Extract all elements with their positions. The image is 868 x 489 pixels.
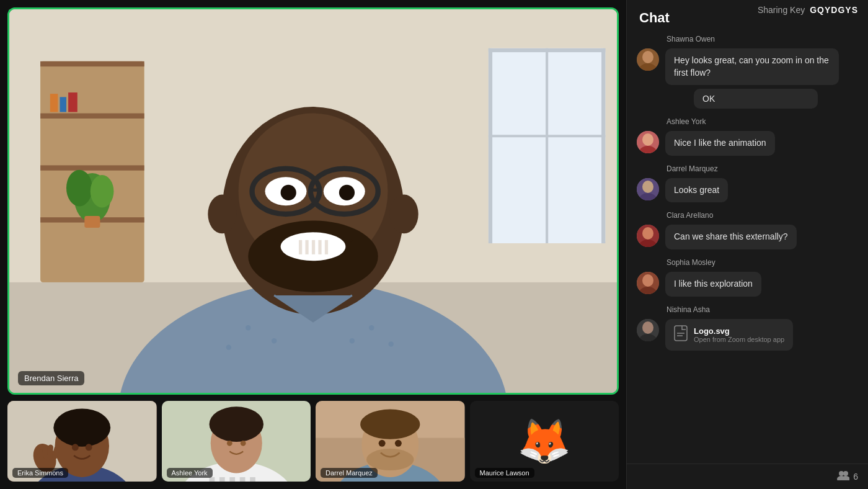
chat-bubble-shawna-1: Hey looks great, can you zoom in on the … bbox=[665, 48, 839, 85]
thumb-name-erika: Erika Simmons bbox=[12, 468, 68, 478]
chat-row-clara: Can we share this externally? bbox=[637, 225, 858, 249]
sender-shawna: Shawna Owen bbox=[637, 35, 858, 43]
svg-point-79 bbox=[366, 449, 414, 470]
svg-rect-17 bbox=[601, 48, 605, 243]
svg-point-52 bbox=[53, 409, 110, 447]
chat-group-clara: Clara Arellano Can we share this externa… bbox=[637, 211, 858, 249]
top-bar: Sharing Key GQYDGYS bbox=[748, 0, 868, 20]
svg-point-45 bbox=[369, 325, 374, 330]
svg-rect-10 bbox=[84, 216, 100, 228]
thumb-name-darrel: Darrel Marquez bbox=[321, 468, 378, 478]
thumbnail-row: Erika Simmons bbox=[7, 401, 619, 482]
svg-point-29 bbox=[208, 195, 236, 234]
svg-rect-5 bbox=[40, 165, 144, 170]
chat-group-shawna: Shawna Owen Hey looks great, can you zoo… bbox=[637, 35, 858, 109]
primary-video-name-tag: Brendan Sierra bbox=[18, 371, 84, 385]
svg-rect-16 bbox=[489, 48, 492, 243]
svg-point-42 bbox=[246, 325, 250, 330]
thumbnail-ashlee: Ashlee York bbox=[162, 401, 311, 482]
svg-point-34 bbox=[339, 185, 355, 200]
chat-panel: Chat Shawna Owen Hey looks great, can yo… bbox=[626, 0, 868, 489]
svg-rect-40 bbox=[325, 240, 328, 254]
count-label: 6 bbox=[853, 472, 858, 482]
svg-point-30 bbox=[390, 195, 418, 234]
file-info: Logo.svg Open from Zoom desktop app bbox=[694, 326, 784, 343]
svg-point-102 bbox=[843, 471, 848, 476]
svg-point-101 bbox=[839, 471, 844, 476]
svg-point-33 bbox=[281, 185, 296, 200]
thumbnail-erika: Erika Simmons bbox=[7, 401, 157, 482]
svg-point-87 bbox=[642, 181, 653, 193]
svg-point-90 bbox=[642, 227, 653, 240]
video-area: Brendan Sierra bbox=[0, 0, 626, 489]
svg-point-65 bbox=[240, 441, 246, 446]
avatar-sophia bbox=[637, 272, 659, 294]
chat-bubble-clara: Can we share this externally? bbox=[665, 225, 797, 249]
avatar-shawna bbox=[637, 48, 659, 71]
chat-bubbles-shawna: Hey looks great, can you zoom in on the … bbox=[665, 48, 839, 109]
sender-clara: Clara Arellano bbox=[637, 211, 858, 220]
svg-point-78 bbox=[395, 440, 402, 447]
participants-count: 6 bbox=[837, 470, 858, 483]
chat-row-ashlee: Nice I like the animation bbox=[637, 131, 858, 156]
chat-row-darrel: Looks great bbox=[637, 178, 858, 203]
sender-nishina: Nishina Asha bbox=[637, 305, 858, 314]
file-name: Logo.svg bbox=[694, 326, 784, 336]
svg-point-54 bbox=[86, 444, 92, 451]
svg-point-76 bbox=[360, 410, 420, 439]
svg-point-44 bbox=[350, 338, 355, 343]
primary-video: Brendan Sierra bbox=[7, 7, 619, 395]
sharing-key-label: Sharing Key bbox=[758, 5, 805, 15]
chat-group-darrel: Darrel Marquez Looks great bbox=[637, 164, 858, 203]
svg-rect-39 bbox=[318, 240, 321, 254]
chat-messages[interactable]: Shawna Owen Hey looks great, can you zoo… bbox=[627, 35, 868, 459]
svg-point-8 bbox=[66, 170, 92, 207]
svg-rect-11 bbox=[50, 94, 58, 112]
sharing-key-value: GQYDGYS bbox=[810, 5, 858, 15]
sender-ashlee: Ashlee York bbox=[637, 117, 858, 126]
chat-row-sophia: I like this exploration bbox=[637, 272, 858, 297]
chat-group-ashlee: Ashlee York Nice I like the animation bbox=[637, 117, 858, 156]
svg-rect-13 bbox=[68, 92, 78, 112]
svg-rect-71 bbox=[250, 477, 255, 482]
sender-darrel: Darrel Marquez bbox=[637, 164, 858, 173]
primary-video-bg bbox=[9, 9, 617, 393]
file-sub: Open from Zoom desktop app bbox=[694, 336, 784, 343]
thumb-name-maurice: Maurice Lawson bbox=[475, 468, 534, 478]
chat-bubble-sophia: I like this exploration bbox=[665, 272, 761, 297]
svg-point-41 bbox=[226, 344, 231, 349]
svg-point-84 bbox=[642, 133, 653, 146]
thumbnail-darrel: Darrel Marquez bbox=[316, 401, 465, 482]
svg-rect-3 bbox=[40, 61, 144, 66]
svg-point-53 bbox=[72, 444, 79, 451]
chat-bubble-ashlee: Nice I like the animation bbox=[665, 131, 775, 156]
svg-point-43 bbox=[272, 338, 277, 343]
avatar-darrel bbox=[637, 178, 659, 200]
chat-file-bubble-nishina: Logo.svg Open from Zoom desktop app bbox=[665, 319, 793, 351]
chat-row-nishina: Logo.svg Open from Zoom desktop app bbox=[637, 319, 858, 351]
chat-group-sophia: Sophia Mosley I like this exploration bbox=[637, 258, 858, 297]
sender-sophia: Sophia Mosley bbox=[637, 258, 858, 267]
svg-rect-38 bbox=[312, 240, 315, 254]
chat-bottom: 6 bbox=[627, 464, 868, 489]
svg-rect-37 bbox=[305, 240, 308, 254]
avatar-nishina bbox=[637, 319, 659, 341]
svg-point-96 bbox=[642, 321, 653, 334]
svg-rect-36 bbox=[299, 240, 302, 254]
avatar-ashlee bbox=[637, 131, 659, 153]
svg-point-9 bbox=[91, 175, 114, 207]
avatar-clara bbox=[637, 225, 659, 247]
svg-rect-4 bbox=[40, 114, 144, 119]
svg-point-63 bbox=[209, 406, 263, 442]
chat-bubble-shawna-2: OK bbox=[694, 89, 818, 109]
main-layout: Sharing Key GQYDGYS bbox=[0, 0, 868, 489]
chat-bubble-darrel: Looks great bbox=[665, 178, 728, 203]
svg-point-81 bbox=[642, 51, 653, 63]
svg-point-64 bbox=[226, 441, 232, 446]
svg-rect-66 bbox=[209, 477, 263, 482]
svg-point-46 bbox=[389, 341, 394, 346]
svg-rect-12 bbox=[60, 97, 66, 112]
svg-rect-70 bbox=[239, 477, 245, 482]
thumbnail-maurice: 🦊 Maurice Lawson bbox=[470, 401, 619, 482]
svg-rect-69 bbox=[229, 477, 235, 482]
